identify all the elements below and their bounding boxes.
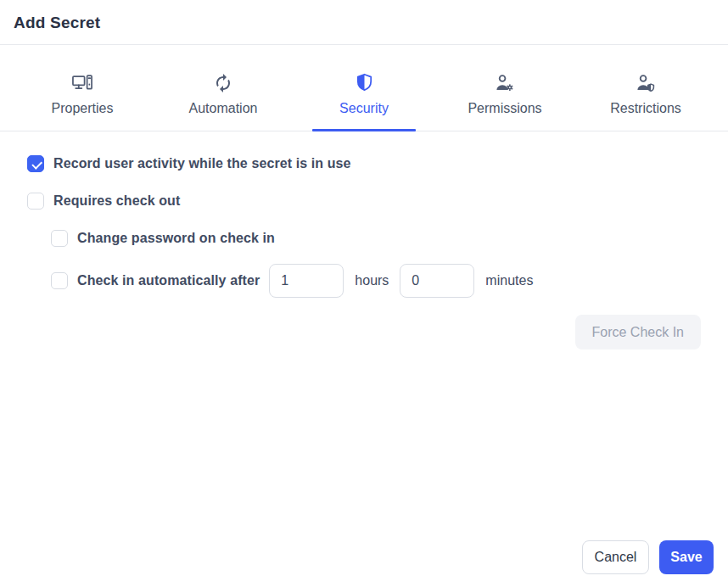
record-activity-row: Record user activity while the secret is…: [27, 155, 701, 172]
force-check-in-row: Force Check In: [27, 315, 701, 349]
dialog-footer: Cancel Save: [582, 540, 714, 574]
requires-checkout-row: Requires check out: [27, 193, 701, 210]
auto-checkin-checkbox[interactable]: [51, 272, 68, 289]
change-password-row: Change password on check in: [27, 230, 701, 247]
sync-icon: [213, 71, 233, 94]
hours-input[interactable]: [269, 264, 344, 298]
record-activity-checkbox[interactable]: [27, 155, 44, 172]
tab-permissions[interactable]: Permissions: [434, 45, 575, 131]
user-gear-icon: [494, 71, 516, 94]
tab-label: Restrictions: [610, 101, 681, 116]
tab-bar: Properties Automation Security: [0, 45, 728, 131]
force-check-in-button[interactable]: Force Check In: [575, 315, 701, 349]
tab-restrictions[interactable]: Restrictions: [575, 45, 716, 131]
auto-checkin-row: Check in automatically after hours minut…: [27, 264, 701, 298]
tab-label: Properties: [52, 101, 114, 116]
desktop-icon: [71, 71, 93, 94]
add-secret-dialog: Add Secret Properties Automation: [0, 0, 728, 587]
tab-label: Permissions: [468, 101, 541, 116]
requires-checkout-label: Requires check out: [53, 193, 180, 209]
requires-checkout-checkbox[interactable]: [27, 193, 44, 210]
tab-properties[interactable]: Properties: [12, 45, 153, 131]
dialog-title: Add Secret: [14, 14, 714, 32]
tab-security[interactable]: Security: [294, 45, 434, 131]
security-tab-panel: Record user activity while the secret is…: [0, 131, 728, 349]
save-button[interactable]: Save: [659, 540, 714, 574]
tab-label: Automation: [189, 101, 258, 116]
active-tab-underline: [312, 129, 416, 131]
tab-label: Security: [339, 101, 389, 116]
minutes-input[interactable]: [400, 264, 474, 298]
change-password-checkbox[interactable]: [51, 230, 68, 247]
shield-icon: [354, 71, 375, 94]
user-shield-icon: [635, 71, 657, 94]
tab-automation[interactable]: Automation: [153, 45, 294, 131]
change-password-label: Change password on check in: [77, 231, 275, 246]
cancel-button[interactable]: Cancel: [582, 540, 649, 574]
auto-checkin-label: Check in automatically after: [77, 273, 260, 288]
record-activity-label: Record user activity while the secret is…: [53, 156, 351, 171]
dialog-header: Add Secret: [0, 0, 728, 45]
hours-unit-label: hours: [355, 273, 389, 288]
minutes-unit-label: minutes: [485, 273, 533, 288]
